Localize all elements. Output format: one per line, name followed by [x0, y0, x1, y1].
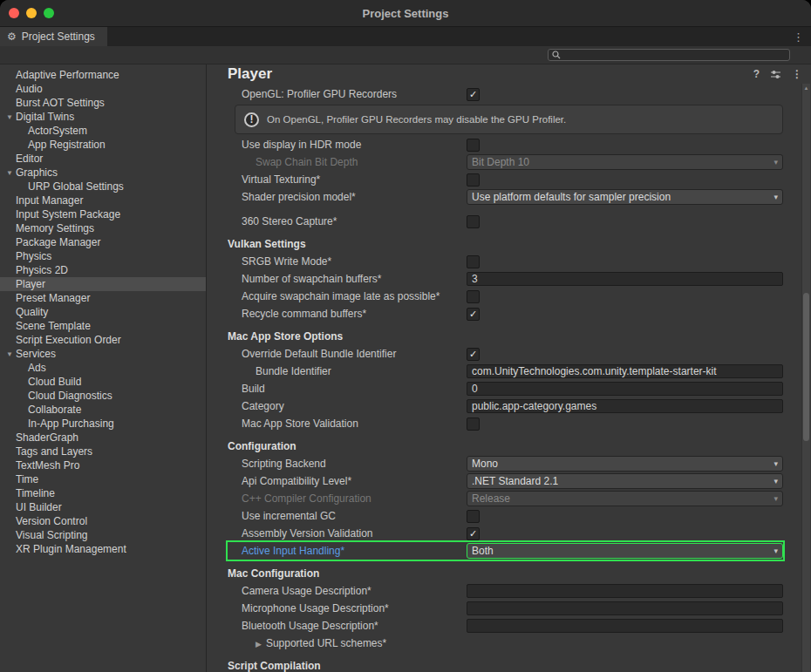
scrollbar-thumb[interactable] — [803, 293, 809, 441]
foldout-open-icon[interactable]: ▼ — [3, 350, 16, 358]
sidebar-item-label: Player — [16, 278, 45, 290]
sidebar-item-scene-template[interactable]: Scene Template — [0, 319, 206, 333]
checkbox[interactable]: ✓ — [467, 348, 480, 361]
sidebar-item-quality[interactable]: Quality — [0, 305, 206, 319]
dropdown[interactable]: Both▾ — [467, 543, 783, 559]
checkbox[interactable]: ✓ — [467, 527, 480, 540]
foldout-open-icon[interactable]: ▼ — [3, 113, 16, 121]
help-icon[interactable]: ? — [753, 68, 760, 80]
row-label: Scripting Backend — [228, 458, 467, 470]
scroll-up-icon[interactable]: ▲ — [802, 85, 810, 92]
checkbox[interactable] — [467, 290, 480, 303]
sidebar-item-player[interactable]: Player — [0, 277, 206, 291]
text-field[interactable] — [467, 364, 783, 378]
sidebar-item-timeline[interactable]: Timeline — [0, 486, 206, 500]
text-field[interactable] — [467, 601, 783, 615]
sidebar-item-time[interactable]: Time — [0, 472, 206, 486]
sidebar-item-in-app-purchasing[interactable]: In-App Purchasing — [0, 417, 206, 431]
checkbox[interactable] — [467, 215, 480, 228]
foldout-open-icon[interactable]: ▼ — [3, 169, 16, 177]
sidebar-item-cloud-build[interactable]: Cloud Build — [0, 375, 206, 389]
row-label: Api Compatibility Level* — [228, 475, 467, 487]
sidebar-item-ads[interactable]: Ads — [0, 361, 206, 375]
sidebar-item-package-manager[interactable]: Package Manager — [0, 235, 206, 249]
dropdown: Bit Depth 10▾ — [467, 154, 783, 170]
sidebar-item-preset-manager[interactable]: Preset Manager — [0, 291, 206, 305]
dropdown-value: Release — [472, 492, 510, 505]
dropdown[interactable]: .NET Standard 2.1▾ — [467, 473, 783, 489]
sidebar-item-app-registration[interactable]: App Registration — [0, 138, 206, 152]
sidebar-item-version-control[interactable]: Version Control — [0, 514, 206, 528]
row-label: OpenGL: Profiler GPU Recorders — [228, 88, 467, 100]
sidebar-item-physics-2d[interactable]: Physics 2D — [0, 263, 206, 277]
sidebar-item-ui-builder[interactable]: UI Builder — [0, 500, 206, 514]
search-box[interactable] — [548, 49, 790, 61]
checkbox[interactable] — [467, 255, 480, 268]
close-window-button[interactable] — [9, 8, 19, 18]
row-label: Camera Usage Description* — [228, 585, 467, 597]
row-label[interactable]: ▶Supported URL schemes* — [228, 637, 467, 649]
sidebar-item-label: Scene Template — [16, 320, 91, 332]
row-label: Assembly Version Validation — [228, 527, 467, 540]
sidebar-item-audio[interactable]: Audio — [0, 82, 206, 96]
tab-menu-kebab-icon[interactable]: ⋮ — [793, 27, 804, 46]
preset-icon[interactable] — [770, 69, 781, 79]
dropdown[interactable]: Use platform defaults for sampler precis… — [467, 189, 783, 205]
checkbox[interactable]: ✓ — [467, 88, 480, 101]
scrollbar-track[interactable]: ▲ — [801, 84, 810, 672]
sidebar-item-script-execution-order[interactable]: Script Execution Order — [0, 333, 206, 347]
minimize-window-button[interactable] — [26, 8, 37, 18]
sidebar-item-urp-global-settings[interactable]: URP Global Settings — [0, 180, 206, 193]
sidebar-item-label: Adaptive Performance — [16, 69, 119, 81]
sidebar-item-textmesh-pro[interactable]: TextMesh Pro — [0, 458, 206, 472]
sidebar-item-services[interactable]: ▼Services — [0, 347, 206, 361]
sidebar-item-cloud-diagnostics[interactable]: Cloud Diagnostics — [0, 389, 206, 403]
sidebar-item-label: XR Plugin Management — [16, 543, 126, 555]
settings-row: Acquire swapchain image late as possible… — [228, 288, 783, 305]
sidebar-item-editor[interactable]: Editor — [0, 152, 206, 166]
checkbox[interactable] — [467, 510, 480, 523]
row-value — [467, 255, 783, 268]
text-field[interactable] — [467, 272, 783, 286]
text-field[interactable] — [467, 399, 783, 413]
row-label: Category — [228, 400, 467, 412]
sidebar-item-collaborate[interactable]: Collaborate — [0, 403, 206, 417]
search-input[interactable] — [564, 50, 786, 60]
sidebar-item-actorsystem[interactable]: ActorSystem — [0, 124, 206, 138]
foldout-closed-icon[interactable]: ▶ — [256, 640, 262, 648]
sidebar-item-physics[interactable]: Physics — [0, 249, 206, 263]
checkbox[interactable] — [467, 173, 480, 187]
sidebar-item-label: Timeline — [16, 487, 55, 499]
sidebar-item-digital-twins[interactable]: ▼Digital Twins — [0, 110, 206, 124]
settings-row: 360 Stereo Capture* — [228, 213, 783, 230]
sidebar-item-shadergraph[interactable]: ShaderGraph — [0, 431, 206, 445]
panel-menu-kebab-icon[interactable]: ⋮ — [792, 68, 802, 80]
chevron-down-icon: ▾ — [768, 477, 778, 485]
sidebar-item-label: Time — [16, 473, 38, 485]
sidebar-item-tags-and-layers[interactable]: Tags and Layers — [0, 445, 206, 458]
checkbox[interactable]: ✓ — [467, 308, 480, 321]
sidebar-item-burst-aot-settings[interactable]: Burst AOT Settings — [0, 96, 206, 110]
sidebar-item-visual-scripting[interactable]: Visual Scripting — [0, 528, 206, 542]
sidebar-item-label: Tags and Layers — [16, 445, 92, 458]
checkbox[interactable] — [467, 139, 480, 152]
tab-project-settings[interactable]: ⚙ Project Settings — [0, 27, 107, 46]
text-field[interactable] — [467, 584, 783, 598]
text-field[interactable] — [467, 619, 783, 633]
sidebar-item-xr-plugin-management[interactable]: XR Plugin Management — [0, 542, 206, 556]
sidebar-item-input-system-package[interactable]: Input System Package — [0, 207, 206, 221]
dropdown-value: Bit Depth 10 — [472, 156, 529, 168]
dropdown-value: .NET Standard 2.1 — [472, 475, 558, 487]
text-field[interactable] — [467, 382, 783, 396]
settings-row: Swap Chain Bit DepthBit Depth 10▾ — [228, 153, 783, 171]
sidebar-item-memory-settings[interactable]: Memory Settings — [0, 221, 206, 235]
sidebar-item-input-manager[interactable]: Input Manager — [0, 193, 206, 207]
sidebar-item-adaptive-performance[interactable]: Adaptive Performance — [0, 68, 206, 82]
settings-body: Adaptive PerformanceAudioBurst AOT Setti… — [0, 64, 811, 672]
dropdown[interactable]: Mono▾ — [467, 456, 783, 472]
checkbox[interactable] — [467, 417, 480, 431]
toolbar — [0, 46, 811, 64]
zoom-window-button[interactable] — [44, 8, 54, 18]
section-header: Mac App Store Options — [228, 328, 783, 345]
sidebar-item-graphics[interactable]: ▼Graphics — [0, 166, 206, 180]
